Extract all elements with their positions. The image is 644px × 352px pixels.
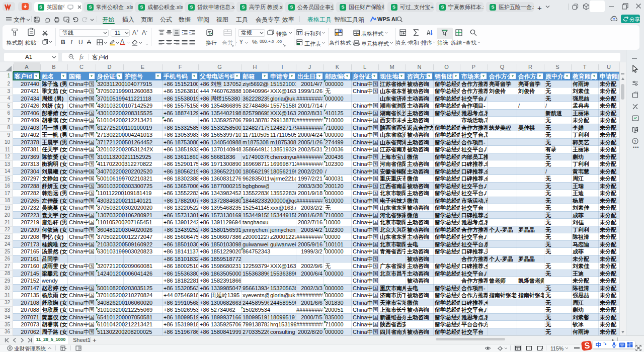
svg-text:?: ?: [634, 139, 636, 144]
